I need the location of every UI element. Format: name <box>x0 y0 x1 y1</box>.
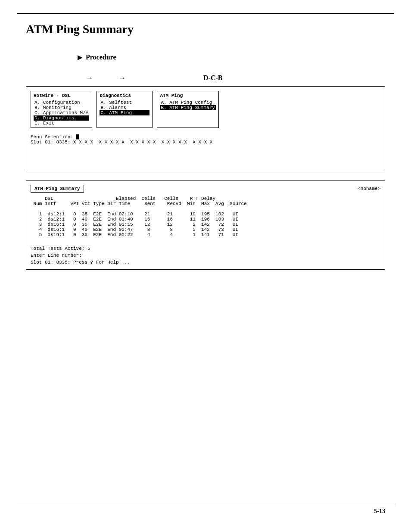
total-label: Total Tests Active: <box>31 246 84 251</box>
top-rule <box>17 13 394 14</box>
diagnostics-menu-panel: Diagnostics A. Selftest B. Alarms C. ATM… <box>97 91 153 128</box>
summary-table-content: DSL Elapsed Cells Cells RTT Delay Num In… <box>31 196 380 237</box>
total-line: Total Tests Active: 5 <box>31 246 380 251</box>
main-menu-item-4[interactable]: D. Diagnostics <box>34 115 89 121</box>
procedure-section: Procedure <box>78 53 385 61</box>
diag-item-1: A. Selftest <box>100 100 149 105</box>
slot-help-text: Slot 01: 8335: Press ? For Help ... <box>31 260 130 265</box>
main-menu-item-2: B. Monitoring <box>34 105 89 110</box>
bottom-rule <box>17 506 394 506</box>
slot-help-line: Slot 01: 8335: Press ? For Help ... <box>31 260 380 265</box>
enter-prompt: Enter Line number:_ <box>31 253 84 258</box>
main-menu-panel: Hotwire - DSL A. Configuration B. Monito… <box>31 91 92 128</box>
arrow-row: → → D-C-B <box>86 74 385 82</box>
atm-ping-menu-panel: ATM Ping A. ATM Ping Config B. ATM Ping … <box>157 91 218 128</box>
diagnostics-menu-title: Diagnostics <box>100 93 149 98</box>
path-label: D-C-B <box>203 74 222 82</box>
page-title: ATM Ping Summary <box>26 22 385 36</box>
menu-status-bar: Menu Selection: █ Slot 01: 8335: X X X X… <box>31 134 380 145</box>
summary-tab[interactable]: ATM Ping Summary <box>31 185 84 193</box>
terminal-title-bar: ATM Ping Summary <noname> <box>31 185 380 193</box>
total-value: 5 <box>87 246 90 251</box>
main-menu-item-3: C. Applications M/A <box>34 110 89 115</box>
atm-ping-menu-title: ATM Ping <box>160 93 215 98</box>
atm-ping-item-2[interactable]: B. ATM Ping Summary <box>160 105 215 110</box>
arrow-1: → <box>86 74 93 82</box>
menu-selection-line: Menu Selection: █ Slot 01: 8335: X X X X… <box>31 134 380 145</box>
main-menu-item-5: E. Exit <box>34 121 89 126</box>
page-number: 5-13 <box>374 508 385 515</box>
procedure-label: Procedure <box>78 53 385 61</box>
main-menu-title: Hotwire - DSL <box>34 93 89 98</box>
atm-ping-item-1: A. ATM Ping Config <box>160 100 215 105</box>
noname-label: <noname> <box>358 186 380 191</box>
main-menu-item-1: A. Configuration <box>34 100 89 105</box>
menu-terminal: Hotwire - DSL A. Configuration B. Monito… <box>26 86 385 172</box>
diag-item-2: B. Alarms <box>100 105 149 110</box>
enter-line-number: Enter Line number:_ <box>31 253 380 258</box>
menu-container: Hotwire - DSL A. Configuration B. Monito… <box>31 91 380 128</box>
summary-terminal: ATM Ping Summary <noname> DSL Elapsed Ce… <box>26 180 385 270</box>
arrow-2: → <box>119 74 126 82</box>
diag-item-3[interactable]: C. ATM Ping <box>100 110 149 115</box>
